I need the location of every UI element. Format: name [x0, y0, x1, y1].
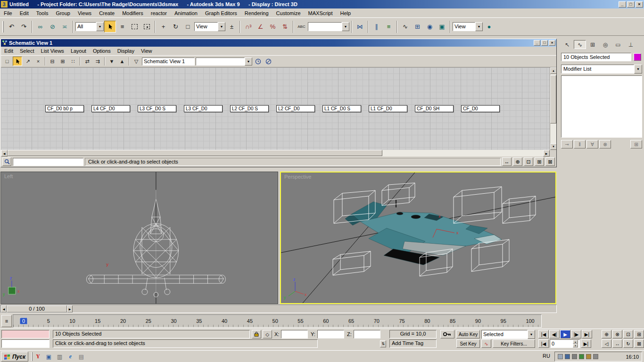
- menu-item[interactable]: Edit: [16, 9, 33, 17]
- language-indicator[interactable]: RU: [540, 353, 553, 359]
- schematic-view-button[interactable]: ⊞: [412, 21, 423, 33]
- no-navigation-icon[interactable]: [264, 57, 273, 66]
- undo-button[interactable]: ↶: [6, 21, 17, 33]
- sv-zoom-extents-button[interactable]: ⊞: [535, 157, 544, 166]
- schematic-node[interactable]: L4 CF_D0: [91, 105, 130, 112]
- schematic-name-field[interactable]: Schematic View 1: [142, 58, 195, 66]
- viewport-perspective[interactable]: Perspective x x: [280, 172, 556, 304]
- schematic-search-field[interactable]: [13, 158, 83, 166]
- schematic-menu-item[interactable]: Edit: [1, 48, 17, 54]
- close-button[interactable]: ×: [636, 1, 643, 8]
- menu-item[interactable]: Rendering: [241, 9, 272, 17]
- schematic-node[interactable]: L3 CF_D0: [184, 105, 223, 112]
- schematic-node[interactable]: CF_D0: [461, 105, 500, 112]
- quicklaunch-icon[interactable]: Y: [33, 352, 43, 362]
- select-and-move-button[interactable]: +: [157, 21, 169, 33]
- schematic-node[interactable]: L1 CF_D0: [369, 105, 407, 112]
- auto-key-button[interactable]: Auto Key: [456, 330, 480, 338]
- next-key-button[interactable]: ▶|: [581, 339, 591, 348]
- zoom-extents-button[interactable]: ⊡: [623, 330, 633, 338]
- spin-down-icon[interactable]: ▾: [573, 344, 578, 347]
- percent-snap-button[interactable]: %: [267, 21, 279, 33]
- schematic-menu-item[interactable]: View: [138, 48, 156, 54]
- time-slider[interactable]: ◀ 0 / 100 ▶: [0, 304, 557, 313]
- menu-item[interactable]: Help: [337, 9, 355, 17]
- spinner-snap-button[interactable]: ⇅: [279, 21, 291, 33]
- toolbar-grip[interactable]: [2, 21, 4, 33]
- material-editor-button[interactable]: ◉: [424, 21, 436, 33]
- sv-zoom-selected-button[interactable]: ⊠: [545, 157, 555, 166]
- menu-item[interactable]: Animation: [171, 9, 201, 17]
- select-object-button[interactable]: [104, 21, 116, 33]
- time-slider-handle[interactable]: 0 / 100: [7, 305, 67, 313]
- x-coord-field[interactable]: [281, 330, 308, 338]
- tab-motion[interactable]: ◎: [599, 40, 611, 49]
- schematic-select-button[interactable]: [13, 57, 22, 66]
- tab-modify[interactable]: ∿: [574, 40, 586, 49]
- snap-toggle-button[interactable]: ∩³: [242, 21, 254, 33]
- sv-pan-button[interactable]: ↔: [502, 157, 512, 166]
- arrange-children-button[interactable]: ⇄: [83, 57, 92, 66]
- schematic-node[interactable]: CF_D0 SH: [415, 105, 454, 112]
- set-key-button[interactable]: Set Key: [456, 339, 480, 348]
- quick-render-button[interactable]: ●: [483, 21, 495, 33]
- select-and-rotate-button[interactable]: ↻: [170, 21, 182, 33]
- make-unique-button[interactable]: ∀: [586, 140, 598, 148]
- add-time-tag[interactable]: Add Time Tag: [389, 339, 437, 348]
- tab-utilities[interactable]: ⊥: [625, 40, 637, 49]
- schematic-node[interactable]: L1 CF_D0 S: [322, 105, 361, 112]
- viewport-perspective-label[interactable]: Perspective: [284, 174, 311, 180]
- schematic-restore-button[interactable]: □: [541, 40, 548, 46]
- frame-spinner[interactable]: ▴ ▾: [573, 340, 578, 347]
- viewport-left[interactable]: Left y z x: [0, 172, 278, 304]
- reference-mode-button[interactable]: ⊞: [58, 57, 67, 66]
- menu-item[interactable]: Create: [95, 9, 118, 17]
- play-animation-button[interactable]: ▶: [560, 330, 570, 338]
- arc-rotate-button[interactable]: ↻: [623, 339, 633, 348]
- scroll-up-icon[interactable]: ▲: [550, 67, 556, 74]
- schematic-canvas[interactable]: CF_D0 b0 pL4 CF_D0L3 CF_D0 SL3 CF_D0L2 C…: [1, 67, 556, 150]
- hscroll-thumb[interactable]: [8, 150, 382, 156]
- current-frame-field[interactable]: 0 ▴ ▾: [550, 339, 580, 348]
- hierarchy-mode-button[interactable]: ⊟: [48, 57, 57, 66]
- scroll-right-icon[interactable]: ▶: [543, 150, 550, 156]
- always-arrange-button[interactable]: ∷: [68, 57, 78, 66]
- time-back-icon[interactable]: ◀: [1, 305, 7, 313]
- zoom-button[interactable]: ⊕: [602, 330, 611, 338]
- align-button[interactable]: ∥: [371, 21, 382, 33]
- default-in-out-curve-button[interactable]: ∿: [481, 339, 491, 348]
- schematic-node[interactable]: L3 CF_D0 S: [138, 105, 176, 112]
- schematic-vscrollbar[interactable]: ▲ ▼: [550, 67, 556, 150]
- chevron-down-icon[interactable]: ▼: [634, 65, 642, 74]
- zoom-all-button[interactable]: ⊗: [612, 330, 622, 338]
- quicklaunch-icon[interactable]: ▤: [76, 352, 86, 362]
- go-to-end-button[interactable]: ▶|: [582, 330, 592, 338]
- object-color-swatch[interactable]: [634, 53, 641, 61]
- sv-zoom-button[interactable]: ⊕: [513, 157, 522, 166]
- menu-item[interactable]: reactor: [147, 9, 171, 17]
- schematic-node[interactable]: CF_D0 b0 p: [45, 105, 84, 112]
- connect-mode-button[interactable]: ↗: [23, 57, 33, 66]
- selection-lock-icon[interactable]: [252, 330, 261, 338]
- bookmark-combo[interactable]: ▼: [196, 58, 252, 66]
- tab-display[interactable]: ▭: [612, 40, 624, 49]
- chevron-down-icon[interactable]: ▼: [475, 22, 483, 31]
- quicklaunch-grip[interactable]: [31, 352, 33, 361]
- mini-curve-editor-button[interactable]: ≡: [1, 315, 12, 327]
- z-coord-field[interactable]: [354, 330, 380, 338]
- set-keys-key-icon[interactable]: [440, 330, 454, 338]
- start-button[interactable]: Пуск: [1, 352, 28, 362]
- free-all-button[interactable]: ▼: [107, 57, 116, 66]
- schematic-node[interactable]: L2 CF_D0: [276, 105, 315, 112]
- schematic-menu-item[interactable]: Layout: [67, 48, 90, 54]
- schematic-menu-item[interactable]: Options: [90, 48, 114, 54]
- viewport-left-label[interactable]: Left: [4, 173, 13, 179]
- y-coord-field[interactable]: [317, 330, 344, 338]
- timeline-ruler[interactable]: 0510152025303540455055606570758085909510…: [13, 314, 542, 328]
- go-to-start-button[interactable]: |◀: [538, 330, 549, 338]
- render-type-combo[interactable]: View ▼: [453, 22, 483, 31]
- trackbar-mini-spinner[interactable]: ⇅: [380, 340, 386, 347]
- reference-coordinate-combo[interactable]: View ▼: [194, 22, 225, 31]
- schematic-hscrollbar[interactable]: ◀ ▶: [1, 150, 556, 156]
- tab-create[interactable]: ↖: [561, 40, 573, 49]
